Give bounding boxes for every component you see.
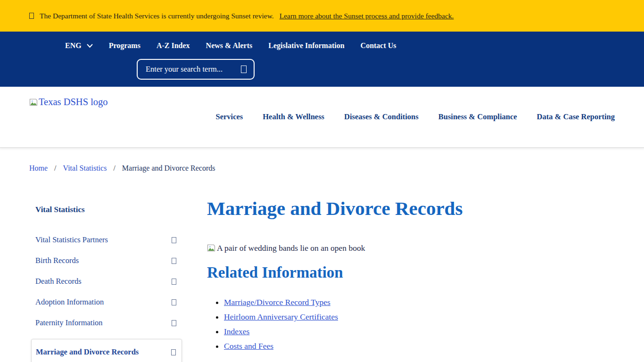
breadcrumb-vital-statistics-link[interactable]: Vital Statistics [63,164,107,173]
sidebar-item-icon [172,279,176,285]
sidebar-item-icon [172,258,176,264]
page-title: Marriage and Divorce Records [207,197,613,220]
logo-alt-text: Texas DSHS logo [39,97,108,107]
sidebar-item[interactable]: Vital Statistics Partners [29,230,182,250]
sidebar-item-icon [171,349,176,355]
sidebar-item-label: Birth Records [35,256,79,265]
broken-image-icon [207,244,215,252]
primary-nav-link[interactable]: Business & Compliance [438,112,517,122]
related-link-item: Heirloom Anniversary Certificates [224,312,613,322]
main-content: Marriage and Divorce Records A pair of w… [207,197,613,356]
utility-nav-link[interactable]: Programs [109,41,140,50]
chevron-down-icon [87,44,93,48]
language-selector[interactable]: ENG [65,41,93,50]
utility-nav: ENG ProgramsA-Z IndexNews & AlertsLegisl… [29,32,615,50]
sidebar-item[interactable]: Death Records [29,271,182,292]
site-header: Texas DSHS logo ServicesHealth & Wellnes… [0,87,644,148]
alert-banner: The Department of State Health Services … [0,0,644,32]
sidebar-item[interactable]: Adoption Information [29,292,182,313]
related-link-item: Indexes [224,327,613,337]
sunset-feedback-link[interactable]: Learn more about the Sunset process and … [280,12,454,20]
sidebar-item-label: Adoption Information [35,297,104,307]
sidebar-item-icon [172,299,176,305]
sidebar-item-icon [172,320,176,326]
breadcrumb-separator: / [113,164,115,173]
related-link[interactable]: Costs and Fees [224,341,273,351]
sidebar-item-label: Death Records [35,277,82,286]
sidebar-item[interactable]: Marriage and Divorce Records [31,339,182,362]
related-link-item: Costs and Fees [224,341,613,351]
breadcrumb-home-link[interactable]: Home [29,164,48,173]
sidebar-item-label: Vital Statistics Partners [35,235,108,245]
sidebar-item-icon [172,237,176,243]
sidebar-item[interactable]: Paternity Information [29,313,182,333]
image-alt-text: A pair of wedding bands lie on an open b… [217,243,365,253]
primary-nav: ServicesHealth & WellnessDiseases & Cond… [215,87,615,122]
utility-nav-link[interactable]: A-Z Index [157,41,190,50]
related-links-list: Marriage/Divorce Record Types Heirloom A… [207,297,613,351]
breadcrumb: Home / Vital Statistics / Marriage and D… [29,148,615,173]
search-box[interactable] [137,59,255,80]
search-icon[interactable] [241,66,247,73]
sidebar-vital-statistics: Vital Statistics Vital Statistics Partne… [29,197,182,362]
alert-message: The Department of State Health Services … [40,12,274,20]
utility-nav-link[interactable]: Legislative Information [268,41,344,50]
related-information-heading: Related Information [207,263,613,282]
sidebar-title: Vital Statistics [29,197,182,214]
primary-nav-link[interactable]: Data & Case Reporting [537,112,615,122]
broken-image-icon [29,98,38,107]
primary-nav-link[interactable]: Health & Wellness [263,112,324,122]
utility-bar: ENG ProgramsA-Z IndexNews & AlertsLegisl… [0,32,644,87]
language-label: ENG [65,41,82,50]
logo-link[interactable]: Texas DSHS logo [29,87,108,122]
utility-nav-link[interactable]: Contact Us [361,41,396,50]
sidebar-item-label: Marriage and Divorce Records [36,347,139,357]
related-link[interactable]: Marriage/Divorce Record Types [224,297,330,307]
breadcrumb-separator: / [54,164,56,173]
wedding-bands-broken-image: A pair of wedding bands lie on an open b… [207,243,613,253]
utility-nav-link[interactable]: News & Alerts [206,41,253,50]
primary-nav-link[interactable]: Diseases & Conditions [344,112,419,122]
alert-icon [29,13,34,19]
sidebar-item-label: Paternity Information [35,318,103,328]
primary-nav-link[interactable]: Services [215,112,243,122]
related-link[interactable]: Indexes [224,327,249,336]
search-input[interactable] [145,64,237,74]
related-link-item: Marriage/Divorce Record Types [224,297,613,307]
sidebar-item[interactable]: Birth Records [29,250,182,271]
related-link[interactable]: Heirloom Anniversary Certificates [224,312,338,321]
breadcrumb-current: Marriage and Divorce Records [122,164,215,173]
